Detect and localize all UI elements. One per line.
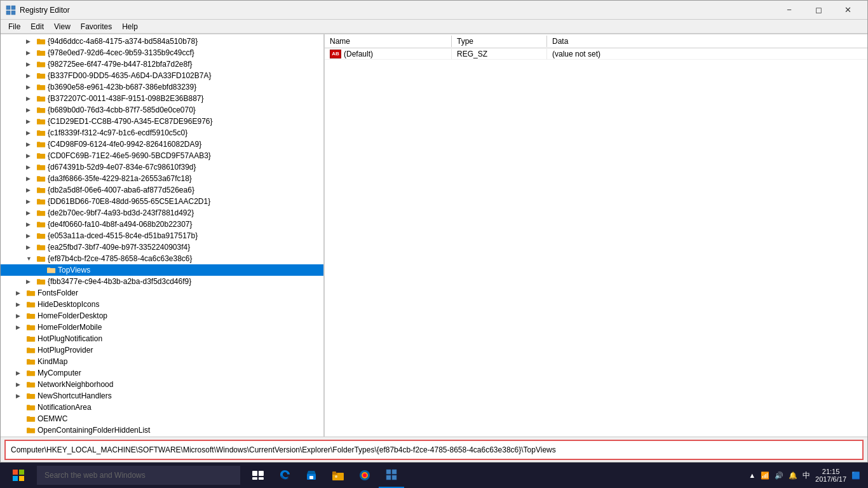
expand-icon[interactable]: ▶ [16,313,26,319]
menu-favorites[interactable]: Favorites [76,21,117,32]
taskbar-search-box[interactable]: Search the web and Windows [37,466,240,485]
tree-item[interactable]: ▼ {ef87b4cb-f2ce-4785-8658-4ca6c63e38c6} [1,253,323,264]
expand-icon[interactable]: ▶ [26,107,36,113]
tree-item[interactable]: ▶ {de4f0660-fa10-4b8f-a494-068b20b22307} [1,219,323,230]
expand-icon[interactable]: ▶ [26,164,36,170]
expand-icon[interactable]: ▶ [26,72,36,79]
menu-file[interactable]: File [3,21,25,32]
tree-item[interactable]: NotificationArea [1,402,323,413]
menu-view[interactable]: View [49,21,76,32]
registry-value-row[interactable]: AB (Default) REG_SZ (value not set) [325,48,867,60]
tree-item-label: {ef87b4cb-f2ce-4785-8658-4ca6c63e38c6} [48,254,193,263]
ime-icon[interactable]: 中 [803,470,810,481]
network-icon[interactable]: 📶 [761,471,770,480]
tree-item[interactable]: KindMap [1,356,323,367]
menu-help[interactable]: Help [117,21,143,32]
expand-icon[interactable]: ▶ [26,118,36,125]
tree-item[interactable]: ▶ {978e0ed7-92d6-4cec-9b59-3135b9c49ccf} [1,47,323,58]
registry-tree[interactable]: ▶ {94d6ddcc-4a68-4175-a374-bd584a510b78}… [1,34,325,437]
task-view-button[interactable] [245,463,271,488]
expand-icon[interactable]: ▶ [26,95,36,102]
tree-item[interactable]: OEMWC [1,413,323,424]
folder-icon [36,151,46,161]
tree-item[interactable]: ▶ {e053a11a-dced-4515-8c4e-d51ba917517b} [1,230,323,241]
tree-item[interactable]: ▶ MyComputer [1,367,323,379]
tree-item[interactable]: ▶ HomeFolderDesktop [1,310,323,322]
tree-item[interactable]: ▶ HomeFolderMobile [1,322,323,333]
tree-item[interactable]: ▶ {d674391b-52d9-4e07-834e-67c98610f39d} [1,161,323,173]
file-explorer-button[interactable] [325,463,351,488]
expand-icon[interactable]: ▶ [26,50,36,56]
tree-item[interactable]: ▶ {94d6ddcc-4a68-4175-a374-bd584a510b78} [1,36,323,47]
expand-icon[interactable]: ▶ [26,38,36,44]
expand-icon[interactable]: ▶ [26,233,36,239]
expand-icon[interactable]: ▶ [26,152,36,159]
menu-bar: File Edit View Favorites Help [1,20,867,34]
restore-button[interactable]: ◻ [804,1,833,20]
expand-icon[interactable]: ▶ [26,278,36,285]
expand-icon[interactable]: ▶ [16,381,26,388]
tree-item-label: KindMap [37,357,67,366]
tree-item[interactable]: OpenContainingFolderHiddenList [1,424,323,436]
tree-item[interactable]: ▶ NewShortcutHandlers [1,390,323,402]
expand-icon[interactable]: ▶ [26,221,36,227]
expand-icon[interactable]: ▶ [16,370,26,376]
tree-item-label: FontsFolder [37,288,78,297]
expand-icon[interactable]: ▶ [26,210,36,216]
tree-item[interactable]: ▶ {b689b0d0-76d3-4cbb-87f7-585d0e0ce070} [1,104,323,116]
expand-icon[interactable]: ▶ [26,187,36,193]
svg-rect-21 [37,130,40,132]
tree-item-label: MyComputer [37,369,81,377]
expand-icon[interactable]: ▶ [26,175,36,182]
taskbar-up-arrow[interactable]: ▲ [749,471,756,479]
regedit-taskbar-button[interactable] [379,463,404,488]
svg-rect-7 [37,50,40,52]
volume-icon[interactable]: 🔊 [775,471,783,480]
expand-icon[interactable]: ▶ [26,244,36,250]
tree-item[interactable]: ▶ {ea25fbd7-3bf7-409e-b97f-3352240903f4} [1,241,323,253]
expand-icon[interactable]: ▶ [16,301,26,308]
tree-item[interactable]: HotPlugProvider [1,344,323,356]
store-button[interactable] [299,463,324,488]
tree-item[interactable]: ▶ {fbb3477e-c9e4-4b3b-a2ba-d3f5d3cd46f9} [1,276,323,287]
expand-icon[interactable]: ▶ [26,61,36,67]
expand-icon[interactable]: ▶ [26,141,36,147]
tree-item[interactable]: ▶ {C1D29ED1-CC8B-4790-A345-EC87DE96E976} [1,116,323,127]
tree-item[interactable]: ▶ {b3690e58-e961-423b-b687-386ebfd83239} [1,81,323,93]
tree-item[interactable]: ▶ {C4D98F09-6124-4fe0-9942-826416082DA9} [1,139,323,150]
tree-item[interactable]: ▶ {db2a5d8f-06e6-4007-aba6-af877d526ea6} [1,184,323,196]
expand-icon[interactable]: ▶ [26,84,36,90]
expand-icon[interactable]: ▶ [26,198,36,205]
tree-item[interactable]: ▶ {B372207C-0011-438F-9151-098B2E36B887} [1,93,323,104]
close-button[interactable]: ✕ [833,1,862,20]
start-button[interactable] [3,463,34,488]
windows-logo-icon [13,470,24,481]
minimize-button[interactable]: − [775,1,804,20]
menu-edit[interactable]: Edit [25,21,49,32]
tree-item[interactable]: ▶ {DD61BD66-70E8-48dd-9655-65C5E1AAC2D1} [1,196,323,207]
expand-icon[interactable]: ▶ [16,324,26,330]
tree-item[interactable]: ▶ {c1f8339f-f312-4c97-b1c6-ecdf5910c5c0} [1,127,323,139]
tree-item[interactable]: HotPlugNotification [1,333,323,344]
tree-item[interactable]: ▶ {de2b70ec-9bf7-4a93-bd3d-243f7881d492} [1,207,323,219]
folder-icon [36,116,46,126]
collapse-icon[interactable]: ▼ [26,255,36,262]
tree-item[interactable]: TopViews [1,264,323,276]
notification-icon[interactable]: 🔔 [789,471,797,480]
tree-item[interactable]: ▶ {da3f6866-35fe-4229-821a-26553a67fc18} [1,173,323,184]
edge-button[interactable] [272,463,297,488]
expand-icon[interactable]: ▶ [16,290,26,296]
tree-item[interactable]: ▶ HideDesktopIcons [1,299,323,310]
notification-center-icon[interactable]: 🟦 [851,471,860,480]
taskbar-clock[interactable]: 21:15 2017/6/17 [815,468,846,483]
tree-item[interactable]: ▶ {B337FD00-9DD5-4635-A6D4-DA33FD102B7A} [1,70,323,81]
content-area: ▶ {94d6ddcc-4a68-4175-a374-bd584a510b78}… [1,34,867,437]
tree-item[interactable]: ▶ {CD0FC69B-71E2-46e5-9690-5BCD9F57AAB3} [1,150,323,161]
expand-icon[interactable]: ▶ [26,130,36,136]
tree-item[interactable]: ▶ NetworkNeighborhood [1,379,323,390]
tree-item[interactable]: ▶ {982725ee-6f47-479e-b447-812bfa7d2e8f} [1,58,323,70]
expand-icon[interactable]: ▶ [16,393,26,399]
firefox-button[interactable] [352,463,377,488]
tree-item[interactable]: ▶ FontsFolder [1,287,323,299]
values-header: Name Type Data [325,34,867,48]
